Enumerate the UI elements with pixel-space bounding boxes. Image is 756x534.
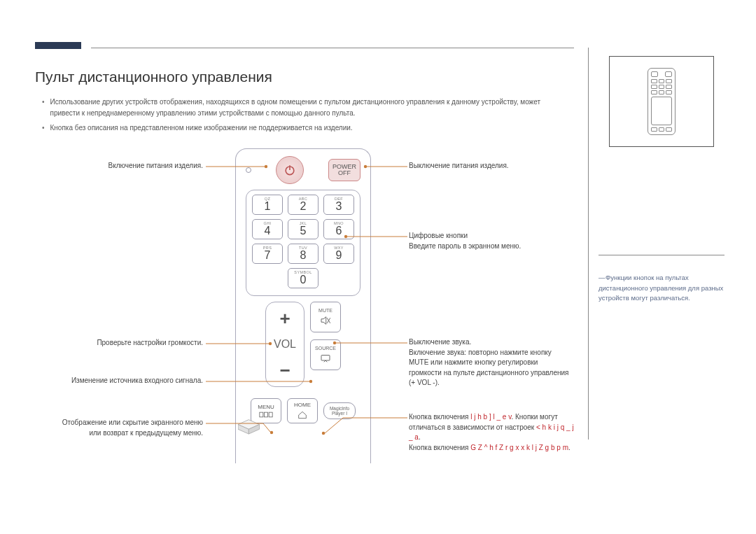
sidebar-inner-rule — [598, 255, 724, 255]
remote-thumbnail — [648, 68, 676, 135]
callout-menu: Отображение или скрытие экранного меню и… — [49, 418, 203, 438]
home-label: HOME — [294, 402, 311, 408]
key-1: QZ1 — [252, 195, 283, 215]
remote-body: POWER OFF QZ1 ABC2 DEF3 GHI4 JKL5 MNO6 P… — [235, 148, 371, 463]
callout-power-off: Выключение питания изделия. — [409, 161, 570, 171]
key-2: ABC2 — [288, 195, 318, 215]
magic-label-2: Player I — [332, 411, 347, 416]
note-text: Кнопка без описания на представленном ни… — [50, 122, 353, 134]
header-accent-bar — [35, 42, 81, 49]
callout-digits: Цифровые кнопки Введите пароль в экранно… — [409, 231, 570, 251]
svg-rect-4 — [321, 355, 330, 360]
volume-plus-icon: + — [279, 309, 290, 328]
key-9: WXY9 — [323, 244, 354, 264]
callout-volume: Проверьте настройки громкости. — [63, 338, 203, 349]
note-text: Использование других устройств отображен… — [50, 97, 553, 118]
menu-direction-illustration — [238, 417, 262, 438]
key-0: SYMBOL0 — [288, 268, 318, 288]
remote-illustration: POWER OFF QZ1 ABC2 DEF3 GHI4 JKL5 MNO6 P… — [235, 148, 371, 463]
numpad: QZ1 ABC2 DEF3 GHI4 JKL5 MNO6 PRS7 TUV8 W… — [246, 190, 360, 296]
svg-rect-7 — [269, 412, 272, 417]
header-rule — [91, 48, 574, 48]
key-6: MNO6 — [323, 219, 354, 239]
source-button: SOURCE — [310, 339, 341, 370]
source-icon — [319, 352, 332, 365]
svg-rect-5 — [260, 412, 263, 417]
volume-rocker: + VOL − — [265, 302, 304, 387]
sidebar-divider — [588, 48, 589, 440]
callout-mute: Выключение звука. Включение звука: повто… — [409, 337, 570, 388]
document-page: Пульт дистанционного управления •Использ… — [0, 0, 756, 534]
bullet-dot: • — [42, 122, 45, 134]
mute-icon — [319, 314, 332, 327]
volume-label: VOL — [274, 338, 296, 351]
power-off-button: POWER OFF — [328, 159, 360, 181]
key-3: DEF3 — [323, 195, 354, 215]
power-off-label: POWER OFF — [332, 164, 356, 176]
led-indicator — [246, 167, 251, 173]
menu-label: MENU — [258, 404, 274, 410]
home-icon — [297, 409, 308, 421]
bullet-dot: • — [42, 97, 45, 118]
intro-notes: •Использование других устройств отображе… — [42, 97, 553, 138]
key-8: TUV8 — [288, 244, 318, 264]
power-on-button — [276, 156, 304, 184]
power-icon — [283, 163, 297, 177]
page-heading: Пульт дистанционного управления — [35, 69, 272, 85]
key-4: GHI4 — [252, 219, 283, 239]
mute-label: MUTE — [318, 308, 332, 313]
svg-rect-6 — [265, 412, 268, 417]
source-label: SOURCE — [315, 346, 336, 351]
remote-thumbnail-frame — [609, 56, 714, 147]
mute-button: MUTE — [310, 302, 341, 332]
key-7: PRS7 — [252, 244, 283, 264]
home-button: HOME — [287, 398, 318, 423]
magicinfo-button: MagicInfo Player I — [323, 402, 356, 419]
key-5: JKL5 — [288, 219, 318, 239]
callout-home: Кнопка включения l j h b ] l _ e v. Кноп… — [409, 412, 578, 453]
sidebar-note: ―Функции кнопок на пультах дистанционног… — [598, 273, 724, 304]
callout-power-on: Включение питания изделия. — [63, 161, 203, 171]
callout-source: Изменение источника входного сигнала. — [42, 376, 203, 386]
volume-minus-icon: − — [279, 361, 290, 379]
magic-label-1: MagicInfo — [330, 406, 349, 411]
